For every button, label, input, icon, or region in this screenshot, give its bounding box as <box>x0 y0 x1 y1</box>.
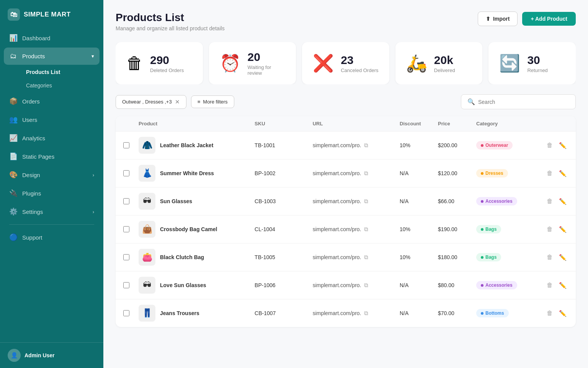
copy-icon-6[interactable]: ⧉ <box>364 282 368 289</box>
sidebar-item-dashboard[interactable]: 📊 Dashboard <box>4 29 100 47</box>
copy-icon-2[interactable]: ⧉ <box>364 170 368 177</box>
sidebar-item-support[interactable]: 🔵 Support <box>4 228 100 246</box>
copy-icon-7[interactable]: ⧉ <box>364 310 368 317</box>
filter-icon: ≡ <box>198 99 201 105</box>
url-cell-6: simplemart.com/pro. ⧉ <box>313 282 400 289</box>
sidebar-item-products[interactable]: 🗂 Products ▾ <box>4 48 100 65</box>
row-actions-6: 🗑 ✏️ <box>537 280 568 291</box>
category-badge-3: Accessories <box>476 197 517 205</box>
stat-value-delivered: 20k <box>434 54 455 67</box>
table-row: 🧥 Leather Black Jacket TB-1001 simplemar… <box>116 131 576 159</box>
delete-button-6[interactable]: 🗑 <box>545 280 554 290</box>
sidebar: 🛍 SIMPLE MART 📊 Dashboard 🗂 Products ▾ P… <box>0 0 103 368</box>
chevron-right-icon: › <box>93 172 94 178</box>
sidebar-item-plugins[interactable]: 🔌 Plugins <box>4 184 100 202</box>
search-input[interactable] <box>478 99 569 105</box>
sidebar-nav: 📊 Dashboard 🗂 Products ▾ Products List C… <box>0 29 103 342</box>
url-text-6: simplemart.com/pro. <box>313 282 361 288</box>
url-cell-5: simplemart.com/pro. ⧉ <box>313 254 400 261</box>
row-actions-3: 🗑 ✏️ <box>537 196 568 207</box>
more-filters-button[interactable]: ≡ More filters <box>191 95 234 108</box>
checkbox-6[interactable] <box>123 282 129 288</box>
discount-6: N/A <box>400 282 438 288</box>
sidebar-item-label: Analytics <box>22 135 45 141</box>
delete-button-7[interactable]: 🗑 <box>545 308 554 318</box>
products-table: Product SKU URL Discount Price Category … <box>116 116 576 327</box>
row-checkbox-3[interactable] <box>123 198 139 204</box>
copy-icon-5[interactable]: ⧉ <box>364 254 368 261</box>
add-product-button[interactable]: + Add Product <box>522 12 576 26</box>
edit-button-2[interactable]: ✏️ <box>557 168 568 179</box>
product-cell-5: 👛 Black Clutch Bag <box>139 249 255 266</box>
checkbox-3[interactable] <box>123 198 129 204</box>
row-checkbox-5[interactable] <box>123 254 139 260</box>
sku-7: CB-1007 <box>255 310 313 316</box>
sidebar-item-design[interactable]: 🎨 Design › <box>4 166 100 184</box>
row-checkbox-2[interactable] <box>123 170 139 176</box>
sidebar-item-label: Settings <box>22 209 43 215</box>
sidebar-item-users[interactable]: 👥 Users <box>4 111 100 128</box>
sku-2: BP-1002 <box>255 170 313 176</box>
stat-icon-returned: 🔄 <box>499 55 520 72</box>
badge-dot-7 <box>481 312 483 315</box>
checkbox-7[interactable] <box>123 310 129 316</box>
row-checkbox-7[interactable] <box>123 310 139 316</box>
edit-button-7[interactable]: ✏️ <box>557 308 568 319</box>
sidebar-item-settings[interactable]: ⚙️ Settings › <box>4 203 100 220</box>
sidebar-item-analytics[interactable]: 📈 Analytics <box>4 129 100 147</box>
delete-button-1[interactable]: 🗑 <box>545 140 554 150</box>
row-checkbox-4[interactable] <box>123 226 139 232</box>
url-text-1: simplemart.com/pro. <box>313 142 361 148</box>
product-img-6: 🕶 <box>139 277 155 294</box>
row-checkbox-6[interactable] <box>123 282 139 288</box>
delete-button-3[interactable]: 🗑 <box>545 196 554 206</box>
import-button[interactable]: ⬆ Import <box>478 12 518 26</box>
stat-icon-deleted: 🗑 <box>126 55 143 72</box>
close-icon[interactable]: ✕ <box>175 99 180 105</box>
price-7: $70.00 <box>438 310 476 316</box>
main-content: Products List Manage and organize all li… <box>103 0 588 368</box>
edit-button-3[interactable]: ✏️ <box>557 196 568 207</box>
delete-button-2[interactable]: 🗑 <box>545 168 554 178</box>
copy-icon-3[interactable]: ⧉ <box>364 198 368 205</box>
sidebar-item-static-pages[interactable]: 📄 Static Pages <box>4 148 100 165</box>
design-icon: 🎨 <box>9 171 18 179</box>
row-checkbox-1[interactable] <box>123 142 139 148</box>
stat-info-canceled: 23 Canceled Orders <box>341 54 378 73</box>
sidebar-item-orders[interactable]: 📦 Orders <box>4 92 100 110</box>
settings-icon: ⚙️ <box>9 207 18 216</box>
category-badge-2: Dresses <box>476 169 508 177</box>
admin-user-section[interactable]: 👤 Admin User <box>8 349 96 362</box>
checkbox-5[interactable] <box>123 254 129 260</box>
delete-button-4[interactable]: 🗑 <box>545 224 554 234</box>
stat-card-deleted: 🗑 290 Deleted Orders <box>116 42 203 84</box>
sidebar-subitem-products-list[interactable]: Products List <box>21 66 100 79</box>
stats-row: 🗑 290 Deleted Orders ⏰ 20 Waiting for re… <box>116 42 576 84</box>
checkbox-2[interactable] <box>123 170 129 176</box>
sidebar-subitem-categories[interactable]: Categories <box>21 79 100 92</box>
stat-label-returned: Returned <box>527 67 547 73</box>
category-cell-1: Outerwear <box>476 141 537 150</box>
checkbox-1[interactable] <box>123 142 129 148</box>
stat-label-canceled: Canceled Orders <box>341 67 378 73</box>
url-cell-2: simplemart.com/pro. ⧉ <box>313 170 400 177</box>
product-cell-7: 👖 Jeans Trousers <box>139 305 255 322</box>
edit-button-6[interactable]: ✏️ <box>557 280 568 291</box>
delete-button-5[interactable]: 🗑 <box>545 252 554 262</box>
discount-5: 10% <box>400 254 438 260</box>
product-name-6: Love Sun Glasses <box>160 282 206 288</box>
search-icon: 🔍 <box>467 98 475 105</box>
products-submenu: Products List Categories <box>4 66 100 92</box>
copy-icon-1[interactable]: ⧉ <box>364 142 368 149</box>
edit-button-4[interactable]: ✏️ <box>557 224 568 235</box>
edit-button-1[interactable]: ✏️ <box>557 140 568 151</box>
copy-icon-4[interactable]: ⧉ <box>364 226 368 233</box>
checkbox-4[interactable] <box>123 226 129 232</box>
edit-button-5[interactable]: ✏️ <box>557 252 568 263</box>
active-filter-chip[interactable]: Outwear , Dresses ,+3 ✕ <box>116 95 186 109</box>
sku-6: BP-1006 <box>255 282 313 288</box>
stat-value-waiting: 20 <box>248 51 286 64</box>
search-box[interactable]: 🔍 <box>461 94 576 109</box>
table-row: 👛 Black Clutch Bag TB-1005 simplemart.co… <box>116 243 576 271</box>
product-img-1: 🧥 <box>139 137 155 154</box>
